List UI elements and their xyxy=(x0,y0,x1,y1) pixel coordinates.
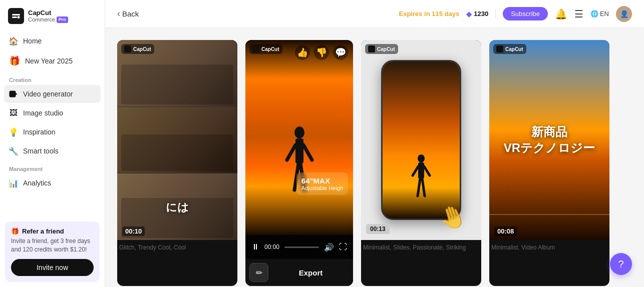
svg-line-14 xyxy=(424,166,430,176)
watermark-label-3: CapCut xyxy=(377,46,395,52)
watermark-4: CapCut xyxy=(493,44,526,54)
analytics-icon: 📊 xyxy=(9,178,18,188)
video-card-1[interactable]: CapCut には 00:10 Glitch, Trendy Cool, Coo… xyxy=(117,40,237,286)
globe-icon: 🌐 xyxy=(590,10,598,18)
fullscreen-button[interactable]: ⛶ xyxy=(339,242,347,252)
home-label: Home xyxy=(23,37,42,45)
help-fab-button[interactable]: ? xyxy=(610,253,632,275)
svg-line-8 xyxy=(303,145,312,160)
sidebar-item-image-studio[interactable]: 🖼 Image studio xyxy=(4,104,101,122)
video-thumb-2: 64"MAX Adjustable Heigh CapCut 👍 👎 💬 xyxy=(245,40,353,235)
video-card-4[interactable]: CapCut 新商品 VRテクノロジー 00:08 Minimalist, Vi… xyxy=(489,40,609,286)
progress-bar[interactable] xyxy=(284,246,319,248)
logo-icon xyxy=(8,8,24,24)
creation-section-label: Creation xyxy=(4,72,101,85)
video-generator-label: Video generator xyxy=(23,90,73,98)
back-label: Back xyxy=(122,10,139,18)
svg-line-7 xyxy=(287,145,295,160)
notification-icon[interactable]: 🔔 xyxy=(555,8,567,20)
watermark-logo-3 xyxy=(368,46,375,52)
header-divider xyxy=(495,10,496,18)
jp-line1: 新商品 xyxy=(504,124,595,140)
logo-text: CapCut Commerce Pro xyxy=(28,9,68,24)
export-button[interactable]: Export xyxy=(272,263,349,282)
refer-title: 🎁 Refer a friend xyxy=(11,228,94,235)
watermark-label: CapCut xyxy=(133,46,151,52)
expires-text: Expires in 115 days xyxy=(399,10,460,18)
subscribe-button[interactable]: Subscribe xyxy=(503,7,548,20)
user-avatar[interactable]: 👤 xyxy=(616,6,632,22)
home-icon: 🏠 xyxy=(9,36,18,46)
svg-line-16 xyxy=(422,178,425,196)
app-logo: CapCut Commerce Pro xyxy=(0,0,105,30)
sidebar: CapCut Commerce Pro 🏠 Home 🎁 New Year 20… xyxy=(0,0,105,287)
video-tags-4: Minimalist, Video Album xyxy=(489,240,609,251)
image-studio-label: Image studio xyxy=(23,109,63,117)
gift-icon: 🎁 xyxy=(9,56,20,66)
edit-icon: ✏ xyxy=(256,268,262,278)
video-grid: CapCut には 00:10 Glitch, Trendy Cool, Coo… xyxy=(117,40,632,286)
watermark-3: CapCut xyxy=(365,44,398,54)
svg-rect-1 xyxy=(12,16,17,18)
svg-line-13 xyxy=(413,166,418,176)
header-left: ‹ Back xyxy=(117,8,139,19)
phone-mockup xyxy=(381,60,461,220)
product-overlay: 64"MAX Adjustable Heigh xyxy=(296,172,348,195)
inspiration-icon: 💡 xyxy=(9,128,18,136)
management-section-label: Management xyxy=(4,161,101,174)
menu-icon[interactable]: ☰ xyxy=(574,8,583,20)
language-selector[interactable]: 🌐 EN xyxy=(590,10,609,18)
watermark-logo-2 xyxy=(252,46,259,52)
sidebar-item-smart-tools[interactable]: 🔧 Smart tools xyxy=(4,142,101,160)
diamond-icon: ◆ xyxy=(466,10,472,18)
gift-refer-icon: 🎁 xyxy=(11,228,19,235)
watermark-1: CapCut xyxy=(121,44,154,54)
sidebar-item-analytics[interactable]: 📊 Analytics xyxy=(4,174,101,192)
product-text: 64"MAX xyxy=(301,176,343,185)
smart-tools-icon: 🔧 xyxy=(9,146,18,156)
volume-button[interactable]: 🔊 xyxy=(324,242,334,252)
card-top-actions: 👍 👎 💬 xyxy=(295,45,348,60)
jp-line2: VRテクノロジー xyxy=(504,140,595,156)
credits-display: ◆ 1230 xyxy=(466,10,488,18)
svg-rect-0 xyxy=(12,14,20,16)
sidebar-item-video-generator[interactable]: Video generator xyxy=(4,85,101,103)
time-display: 00:00 xyxy=(264,244,279,250)
video-card-3[interactable]: CapCut xyxy=(361,40,481,286)
header-right: Expires in 115 days ◆ 1230 Subscribe 🔔 ☰… xyxy=(399,6,632,22)
dislike-button[interactable]: 👎 xyxy=(314,45,329,60)
watermark-logo xyxy=(124,46,131,52)
new-year-label: New Year 2025 xyxy=(25,57,73,65)
logo-commerce: Commerce Pro xyxy=(28,16,68,23)
svg-line-15 xyxy=(418,178,420,196)
sidebar-nav: 🏠 Home 🎁 New Year 2025 Creation Video ge… xyxy=(0,30,105,218)
inspiration-label: Inspiration xyxy=(23,128,56,136)
analytics-label: Analytics xyxy=(23,179,51,187)
help-icon: ? xyxy=(618,258,623,270)
edit-button[interactable]: ✏ xyxy=(249,263,268,282)
svg-rect-6 xyxy=(295,138,303,164)
refer-card: 🎁 Refer a friend Invite a friend, get 3 … xyxy=(5,222,100,282)
video-card-2[interactable]: 64"MAX Adjustable Heigh CapCut 👍 👎 💬 xyxy=(245,40,353,286)
share-button[interactable]: 💬 xyxy=(333,45,348,60)
pro-badge: Pro xyxy=(57,16,68,23)
refer-text: Invite a friend, get 3 free days and 120… xyxy=(11,237,94,254)
invite-now-button[interactable]: Invite now xyxy=(11,259,94,276)
sidebar-item-new-year[interactable]: 🎁 New Year 2025 xyxy=(4,51,101,71)
back-button[interactable]: ‹ Back xyxy=(117,8,139,19)
japanese-overlay-1: には xyxy=(166,200,189,215)
like-button[interactable]: 👍 xyxy=(295,45,310,60)
sidebar-item-home[interactable]: 🏠 Home xyxy=(4,32,101,50)
watermark-label-2: CapCut xyxy=(261,46,279,52)
image-studio-icon: 🖼 xyxy=(9,108,18,118)
play-pause-button[interactable]: ⏸ xyxy=(251,242,259,252)
sidebar-item-inspiration[interactable]: 💡 Inspiration xyxy=(4,123,101,141)
svg-point-5 xyxy=(294,126,304,138)
video-controls: ⏸ 00:00 🔊 ⛶ xyxy=(245,235,353,259)
credits-amount: 1230 xyxy=(474,10,488,18)
timestamp-1: 00:10 xyxy=(122,226,145,236)
main-content: ‹ Back Expires in 115 days ◆ 1230 Subscr… xyxy=(105,0,644,287)
japanese-overlay-4: 新商品 VRテクノロジー xyxy=(504,124,595,156)
product-sub: Adjustable Heigh xyxy=(301,185,343,191)
phone-screen xyxy=(383,62,460,218)
